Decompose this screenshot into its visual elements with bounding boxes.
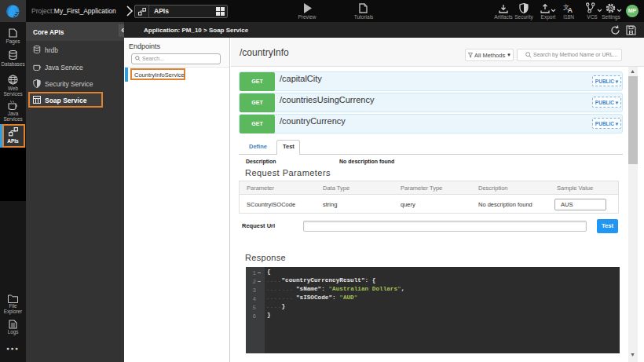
svg-text:A: A <box>568 6 573 13</box>
